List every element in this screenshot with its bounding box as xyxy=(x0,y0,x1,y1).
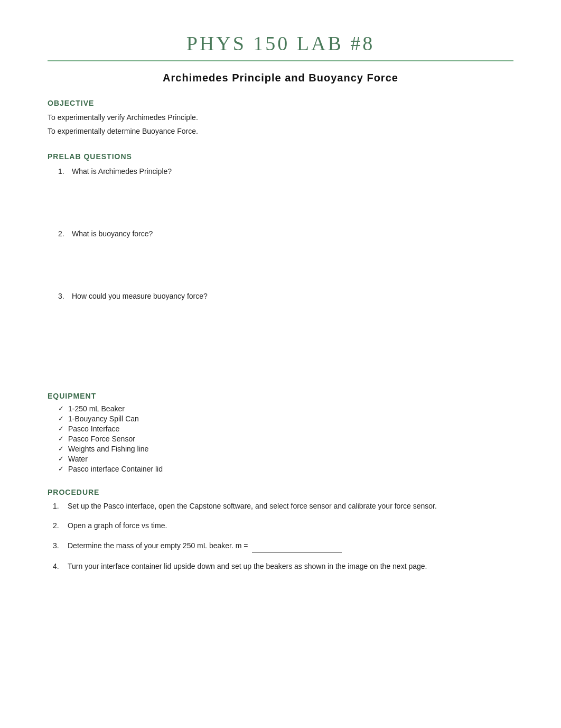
step-1-number: 1. xyxy=(53,501,63,512)
page-title: PHYS 150 LAB #8 xyxy=(48,32,513,55)
question-1: 1. What is Archimedes Principle? xyxy=(58,167,513,176)
list-item: ✓ Weights and Fishing line xyxy=(58,445,513,453)
step-3-number: 3. xyxy=(53,540,63,552)
list-item: ✓ 1-Bouyancy Spill Can xyxy=(58,414,513,423)
equipment-section: Equipment ✓ 1-250 mL Beaker ✓ 1-Bouyancy… xyxy=(48,392,513,473)
list-item: ✓ Pasco Interface xyxy=(58,425,513,433)
mass-field xyxy=(252,540,342,552)
check-icon: ✓ xyxy=(58,455,64,463)
question-3: 3. How could you measure buoyancy force? xyxy=(58,292,513,300)
prelab-section: Prelab Questions 1. What is Archimedes P… xyxy=(48,152,513,377)
list-item: ✓ Pasco interface Container lid xyxy=(58,465,513,473)
objective-line-1: To experimentally verify Archimedes Prin… xyxy=(48,112,513,123)
equipment-item-3: Pasco Force Sensor xyxy=(68,435,135,443)
list-item: ✓ Water xyxy=(58,455,513,463)
prelab-heading: Prelab Questions xyxy=(48,152,513,161)
procedure-list: 1. Set up the Pasco interface, open the … xyxy=(53,501,513,573)
equipment-item-2: Pasco Interface xyxy=(68,425,119,433)
question-3-text: How could you measure buoyancy force? xyxy=(72,292,208,300)
step-4-text: Turn your interface container lid upside… xyxy=(68,561,427,573)
question-1-spacer xyxy=(48,176,513,223)
subtitle: Archimedes Principle and Buoyancy Force xyxy=(48,72,513,84)
question-2: 2. What is buoyancy force? xyxy=(58,229,513,238)
list-item: 2. Open a graph of force vs time. xyxy=(53,520,513,532)
question-3-number: 3. xyxy=(58,292,69,300)
title-divider xyxy=(48,60,513,61)
step-2-text: Open a graph of force vs time. xyxy=(68,520,167,532)
check-icon: ✓ xyxy=(58,445,64,453)
question-1-text: What is Archimedes Principle? xyxy=(72,167,172,176)
objective-line-2: To experimentally determine Buoyance For… xyxy=(48,125,513,137)
question-2-spacer xyxy=(48,238,513,285)
check-icon: ✓ xyxy=(58,465,64,473)
question-3-spacer xyxy=(48,300,513,348)
question-1-number: 1. xyxy=(58,167,69,176)
list-item: ✓ 1-250 mL Beaker xyxy=(58,404,513,413)
check-icon: ✓ xyxy=(58,435,64,443)
question-2-number: 2. xyxy=(58,229,69,238)
step-2-number: 2. xyxy=(53,520,63,532)
check-icon: ✓ xyxy=(58,414,64,422)
equipment-item-4: Weights and Fishing line xyxy=(68,445,148,453)
objective-section: Objective To experimentally verify Archi… xyxy=(48,99,513,137)
question-2-text: What is buoyancy force? xyxy=(72,229,153,238)
equipment-item-6: Pasco interface Container lid xyxy=(68,465,163,473)
equipment-heading: Equipment xyxy=(48,392,513,400)
step-4-number: 4. xyxy=(53,561,63,573)
procedure-section: Procedure 1. Set up the Pasco interface,… xyxy=(48,488,513,573)
objective-heading: Objective xyxy=(48,99,513,107)
list-item: 1. Set up the Pasco interface, open the … xyxy=(53,501,513,512)
equipment-item-5: Water xyxy=(68,455,88,463)
step-1-text: Set up the Pasco interface, open the Cap… xyxy=(68,501,437,512)
procedure-heading: Procedure xyxy=(48,488,513,496)
list-item: ✓ Pasco Force Sensor xyxy=(58,435,513,443)
step-3-text: Determine the mass of your empty 250 mL … xyxy=(68,540,342,552)
list-item: 4. Turn your interface container lid ups… xyxy=(53,561,513,573)
equipment-item-0: 1-250 mL Beaker xyxy=(68,404,125,413)
check-icon: ✓ xyxy=(58,425,64,432)
question-3-extra-spacer xyxy=(48,348,513,377)
check-icon: ✓ xyxy=(58,404,64,412)
list-item: 3. Determine the mass of your empty 250 … xyxy=(53,540,513,552)
equipment-item-1: 1-Bouyancy Spill Can xyxy=(68,414,139,423)
equipment-list: ✓ 1-250 mL Beaker ✓ 1-Bouyancy Spill Can… xyxy=(58,404,513,473)
